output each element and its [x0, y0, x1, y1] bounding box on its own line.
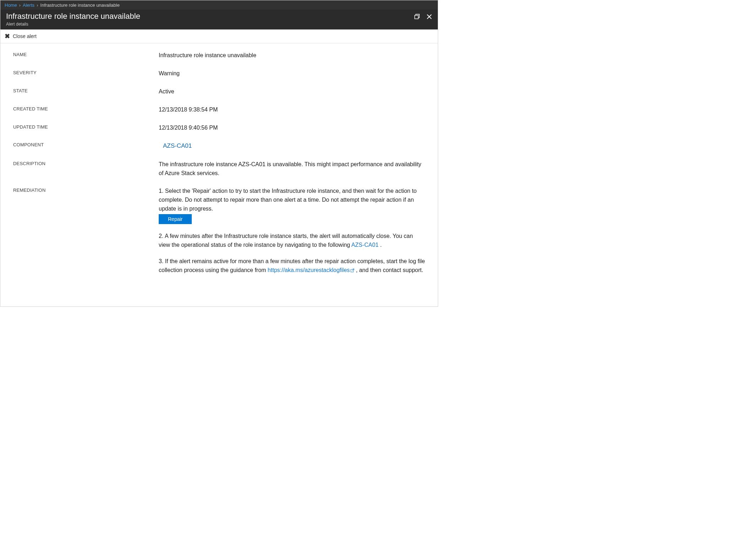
remediation-step-3-tail: , and then contact support.	[354, 267, 423, 273]
external-link-icon	[350, 266, 354, 275]
field-value-state: Active	[159, 87, 425, 96]
svg-rect-1	[415, 15, 418, 19]
logfiles-link[interactable]: https://aka.ms/azurestacklogfiles	[268, 267, 354, 273]
breadcrumb-alerts[interactable]: Alerts	[23, 2, 34, 8]
close-icon[interactable]	[426, 14, 432, 21]
field-value-severity: Warning	[159, 69, 425, 78]
close-alert-label: Close alert	[13, 33, 37, 39]
field-label-state: STATE	[13, 87, 159, 93]
field-label-component: COMPONENT	[13, 141, 159, 147]
field-value-name: Infrastructure role instance unavailable	[159, 51, 425, 60]
logfiles-link-text: https://aka.ms/azurestacklogfiles	[268, 267, 350, 273]
field-value-description: The infrastructure role instance AZS-CA0…	[159, 160, 425, 178]
chevron-right-icon: ›	[37, 2, 38, 8]
field-value-updated-time: 12/13/2018 9:40:56 PM	[159, 124, 425, 132]
field-label-remediation: REMEDIATION	[13, 187, 159, 193]
field-label-severity: SEVERITY	[13, 69, 159, 75]
remediation-step-1: 1. Select the 'Repair' action to try to …	[159, 187, 425, 213]
restore-window-icon[interactable]	[414, 14, 420, 21]
field-label-updated-time: UPDATED TIME	[13, 124, 159, 130]
role-instance-link[interactable]: AZS-CA01	[352, 242, 378, 248]
field-value-remediation: 1. Select the 'Repair' action to try to …	[159, 187, 425, 283]
page-subtitle: Alert details	[6, 22, 140, 27]
field-label-description: DESCRIPTION	[13, 160, 159, 166]
breadcrumb-home[interactable]: Home	[5, 2, 17, 8]
alert-content: NAME Infrastructure role instance unavai…	[0, 43, 438, 306]
breadcrumb: Home › Alerts › Infrastructure role inst…	[0, 0, 438, 10]
chevron-right-icon: ›	[19, 2, 21, 8]
close-alert-button[interactable]: ✖ Close alert	[5, 33, 37, 39]
svg-line-5	[352, 269, 354, 271]
alert-details-blade: Home › Alerts › Infrastructure role inst…	[0, 0, 438, 307]
command-bar: ✖ Close alert	[0, 29, 438, 43]
page-title: Infrastructure role instance unavailable	[6, 12, 140, 21]
remediation-step-2: 2. A few minutes after the Infrastructur…	[159, 232, 425, 250]
field-value-created-time: 12/13/2018 9:38:54 PM	[159, 105, 425, 114]
remediation-step-3: 3. If the alert remains active for more …	[159, 257, 425, 275]
field-label-name: NAME	[13, 51, 159, 57]
remediation-step-2-tail: .	[378, 242, 382, 248]
component-link[interactable]: AZS-CA01	[163, 142, 192, 149]
field-label-created-time: CREATED TIME	[13, 105, 159, 112]
breadcrumb-current: Infrastructure role instance unavailable	[40, 2, 120, 8]
blade-header: Infrastructure role instance unavailable…	[0, 10, 438, 29]
close-icon: ✖	[5, 33, 10, 39]
repair-button[interactable]: Repair	[159, 214, 192, 224]
